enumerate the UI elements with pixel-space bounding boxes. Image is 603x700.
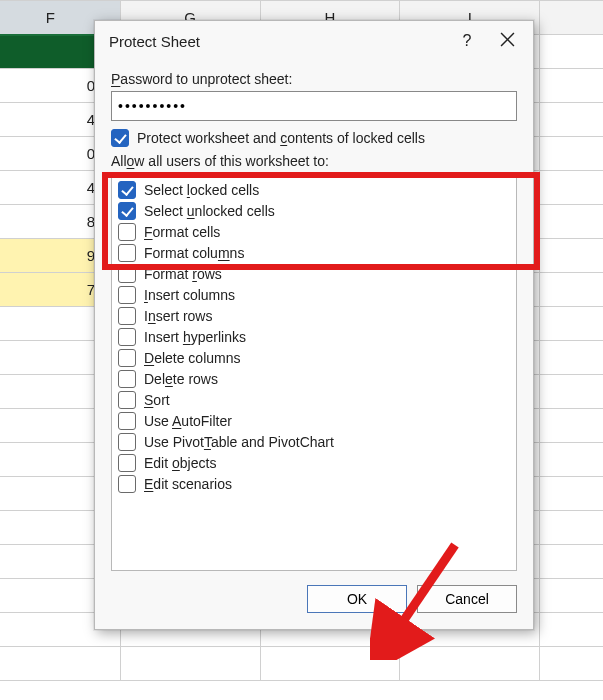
permission-label: Delete rows	[144, 371, 218, 387]
permission-label: Insert hyperlinks	[144, 329, 246, 345]
checkbox-icon[interactable]	[118, 412, 136, 430]
permission-row[interactable]: Format rows	[118, 265, 510, 283]
permission-label: Insert columns	[144, 287, 235, 303]
password-label: Password to unprotect sheet:	[111, 71, 517, 87]
checkbox-icon[interactable]	[118, 433, 136, 451]
permission-row[interactable]: Delete rows	[118, 370, 510, 388]
dialog-titlebar[interactable]: Protect Sheet ?	[95, 21, 533, 61]
permission-label: Select locked cells	[144, 182, 259, 198]
allow-label: Allow all users of this worksheet to:	[111, 153, 517, 169]
permissions-list[interactable]: Select locked cellsSelect unlocked cells…	[111, 173, 517, 571]
checkbox-icon[interactable]	[118, 349, 136, 367]
permission-label: Edit scenarios	[144, 476, 232, 492]
close-button[interactable]	[487, 25, 527, 57]
permission-row[interactable]: Delete columns	[118, 349, 510, 367]
checkbox-icon[interactable]	[118, 181, 136, 199]
help-button[interactable]: ?	[447, 25, 487, 57]
permission-row[interactable]: Use PivotTable and PivotChart	[118, 433, 510, 451]
permission-row[interactable]: Format cells	[118, 223, 510, 241]
protect-sheet-dialog: Protect Sheet ? Password to unprotect sh…	[94, 20, 534, 630]
cancel-button[interactable]: Cancel	[417, 585, 517, 613]
checkbox-icon[interactable]	[118, 223, 136, 241]
checkbox-icon[interactable]	[118, 265, 136, 283]
col-header[interactable]: J	[540, 1, 603, 35]
permission-label: Format rows	[144, 266, 222, 282]
ok-button[interactable]: OK	[307, 585, 407, 613]
checkbox-icon[interactable]	[118, 202, 136, 220]
permission-label: Select unlocked cells	[144, 203, 275, 219]
permission-label: Edit objects	[144, 455, 216, 471]
permission-row[interactable]: Use AutoFilter	[118, 412, 510, 430]
password-input[interactable]	[111, 91, 517, 121]
checkbox-icon[interactable]	[118, 244, 136, 262]
permission-row[interactable]: Edit objects	[118, 454, 510, 472]
checkbox-icon[interactable]	[118, 391, 136, 409]
checkbox-icon[interactable]	[118, 286, 136, 304]
permission-row[interactable]: Select locked cells	[118, 181, 510, 199]
permission-label: Format columns	[144, 245, 244, 261]
permission-row[interactable]: Format columns	[118, 244, 510, 262]
checkbox-icon[interactable]	[118, 454, 136, 472]
checkbox-icon[interactable]	[118, 307, 136, 325]
permission-row[interactable]: Select unlocked cells	[118, 202, 510, 220]
checkbox-icon[interactable]	[111, 129, 129, 147]
permission-label: Sort	[144, 392, 170, 408]
permission-label: Insert rows	[144, 308, 212, 324]
permission-label: Use AutoFilter	[144, 413, 232, 429]
dialog-title: Protect Sheet	[109, 33, 447, 50]
protect-contents-label: Protect worksheet and contents of locked…	[137, 130, 425, 146]
permission-row[interactable]: Insert columns	[118, 286, 510, 304]
permission-row[interactable]: Insert hyperlinks	[118, 328, 510, 346]
close-icon	[500, 32, 515, 51]
permission-row[interactable]: Sort	[118, 391, 510, 409]
protect-contents-row[interactable]: Protect worksheet and contents of locked…	[111, 129, 517, 147]
permission-label: Use PivotTable and PivotChart	[144, 434, 334, 450]
permission-row[interactable]: Edit scenarios	[118, 475, 510, 493]
checkbox-icon[interactable]	[118, 475, 136, 493]
permission-label: Format cells	[144, 224, 220, 240]
permission-label: Delete columns	[144, 350, 241, 366]
checkbox-icon[interactable]	[118, 370, 136, 388]
permission-row[interactable]: Insert rows	[118, 307, 510, 325]
checkbox-icon[interactable]	[118, 328, 136, 346]
